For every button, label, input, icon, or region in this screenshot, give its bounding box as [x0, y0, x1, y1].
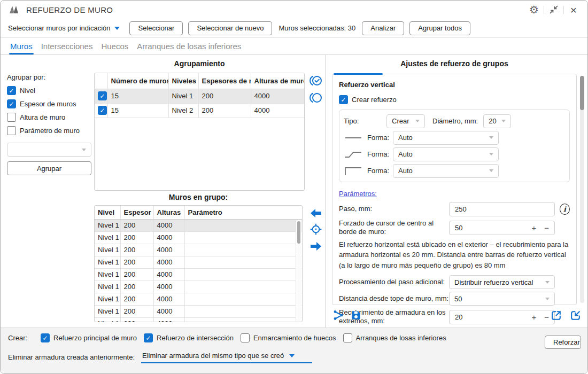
wall-row[interactable]: Nivel 1 200 4000 — [95, 280, 302, 293]
step-input[interactable]: 250 — [449, 202, 555, 216]
wall-row[interactable]: Nivel 1 200 4000 — [95, 293, 302, 305]
snap-label: Forzado de cursor de centro al borde de … — [339, 219, 449, 237]
wall-row[interactable]: Nivel 1 200 4000 — [95, 231, 302, 244]
type-label: Tipo: — [344, 117, 386, 125]
grouping-header: Agrupamiento — [94, 59, 305, 68]
settings-tools-row — [326, 307, 588, 324]
extra-step-dropdown[interactable]: Distribuir refuerzo vertical — [449, 275, 555, 289]
wall-row[interactable]: Nivel 1 200 4000 — [95, 317, 302, 322]
app-logo-icon — [8, 4, 21, 15]
tab[interactable]: Muros — [6, 40, 37, 54]
chevron-down-icon — [114, 27, 120, 30]
row-checkbox[interactable] — [98, 106, 107, 115]
group-reinforcement-settings-panel: Ajustes de refuerzo de grupos Refuerzo v… — [326, 55, 588, 328]
selected-walls-count: Muros seleccionadas: 30 — [278, 24, 355, 32]
move-right-icon[interactable] — [310, 240, 322, 253]
create-option[interactable]: Refuerzo principal de muro — [41, 333, 137, 342]
l-bar-icon — [344, 166, 367, 176]
shape-dropdown-straight[interactable]: Auto — [393, 131, 499, 145]
group-row[interactable]: 15 Nivel 2 200 4000 — [95, 103, 304, 118]
wall-row[interactable]: Nivel 1 200 4000 — [95, 244, 302, 256]
save-settings-icon[interactable] — [349, 308, 363, 322]
create-option[interactable]: Enmarcamiento de huecos — [241, 333, 336, 342]
create-reinforcement-option[interactable]: Crear refuerzo — [339, 95, 570, 104]
wall-row[interactable]: Nivel 1 200 4000 — [95, 305, 302, 317]
analyze-button[interactable]: Analizar — [362, 21, 404, 35]
window-title: REFUERZO DE MURO — [26, 5, 113, 14]
collapse-window-icon[interactable] — [546, 3, 561, 17]
select-button[interactable]: Seleccionar — [129, 21, 183, 35]
tab[interactable]: Huecos — [97, 40, 133, 54]
checkbox[interactable] — [144, 333, 153, 342]
settings-gear-icon[interactable]: ⚙ — [527, 3, 541, 17]
wall-row[interactable]: Nivel 1 200 4000 — [95, 219, 302, 231]
checkbox[interactable] — [241, 333, 250, 342]
row-checkbox[interactable] — [98, 91, 107, 100]
shape-dropdown-l[interactable]: Auto — [393, 164, 499, 178]
shape-dropdown-offset[interactable]: Auto — [393, 147, 499, 161]
group-by-label: Agrupar por: — [7, 73, 91, 81]
group-all-button[interactable]: Agrupar todos — [409, 21, 470, 35]
groups-table-header: Número de muros Niveles Espesores de mur… — [95, 73, 304, 89]
group-by-option[interactable]: Espesor de muros — [7, 99, 91, 108]
tab[interactable]: Intersecciones — [37, 40, 97, 54]
walls-table-scrollbar[interactable] — [296, 220, 301, 321]
close-icon[interactable]: × — [566, 3, 581, 17]
wall-row[interactable]: Nivel 1 200 4000 — [95, 268, 302, 280]
checkbox[interactable] — [343, 333, 352, 342]
step-label: Paso, mm: — [339, 205, 449, 213]
group-by-option[interactable]: Nivel — [7, 86, 91, 95]
decrement-icon[interactable]: − — [544, 224, 549, 232]
group-button[interactable]: Agrupar — [7, 161, 91, 175]
groups-table: Número de muros Niveles Espesores de mur… — [94, 73, 305, 191]
delete-mode-dropdown[interactable]: Eliminar armadura del mismo tipo que se … — [141, 350, 312, 363]
create-option[interactable]: Arranques de losas inferiores — [343, 333, 446, 342]
wall-parameter-dropdown[interactable] — [7, 143, 91, 157]
walls-table-header: Nivel Espesor Alturas Parámetro — [95, 206, 302, 219]
titlebar-separator — [544, 6, 544, 14]
column-header: Número de muros — [107, 73, 168, 89]
wall-row[interactable]: Nivel 1 200 4000 — [95, 256, 302, 268]
increment-icon[interactable]: + — [531, 224, 536, 232]
diameter-label: Diámetro, mm: — [432, 117, 478, 125]
chevron-down-icon — [545, 298, 550, 300]
selection-mode-dropdown[interactable]: Seleccionar muros por indicación — [8, 24, 120, 32]
group-row[interactable]: 15 Nivel 1 200 4000 — [95, 89, 304, 103]
main-area: Agrupamiento Agrupar por: Nivel Espesor … — [1, 55, 587, 328]
reinforce-button[interactable]: Reforzar — [545, 336, 581, 349]
column-header: Parámetro — [184, 206, 302, 219]
checkbox[interactable] — [339, 95, 348, 104]
wall-reinforcement-dialog: REFUERZO DE MURO ⚙ × Seleccionar muros p… — [0, 0, 588, 374]
diameter-dropdown[interactable]: 20 — [483, 114, 511, 128]
walls-in-group-table: Nivel Espesor Alturas Parámetro Nivel 1 … — [94, 205, 303, 322]
settings-header: Ajustes de refuerzo de grupos — [332, 59, 577, 68]
info-icon[interactable]: i — [560, 204, 570, 215]
group-by-option[interactable]: Altura de muro — [7, 113, 91, 122]
checkbox[interactable] — [41, 333, 50, 342]
parameters-link[interactable]: Parámetros: — [339, 190, 377, 198]
settings-scrollbar[interactable] — [580, 76, 584, 303]
chevron-down-icon — [501, 120, 506, 122]
checkbox[interactable] — [7, 126, 16, 135]
column-header: Alturas — [153, 206, 184, 219]
offset-bar-icon — [344, 150, 367, 159]
select-all-rows-icon[interactable] — [310, 74, 322, 87]
group-by-option[interactable]: Parámetro de muro — [7, 126, 91, 135]
share-settings-icon[interactable] — [332, 308, 346, 322]
top-distance-dropdown[interactable]: 50 — [449, 292, 555, 306]
reselect-button[interactable]: Seleccionar de nuevo — [188, 21, 272, 35]
create-option[interactable]: Refuerzo de intersección — [144, 333, 234, 342]
checkbox[interactable] — [7, 113, 16, 122]
checkbox[interactable] — [7, 86, 16, 95]
snap-stepper[interactable]: 50 +− — [449, 221, 555, 235]
deselect-rows-icon[interactable] — [310, 91, 322, 104]
section-tab-label[interactable]: Refuerzo vertical — [339, 81, 570, 89]
export-settings-icon[interactable] — [549, 308, 563, 322]
locate-in-model-icon[interactable] — [310, 223, 322, 236]
import-settings-icon[interactable] — [568, 308, 582, 322]
delete-previous-label: Eliminar armadura creada anteriormente: — [8, 353, 135, 361]
checkbox[interactable] — [7, 99, 16, 108]
move-left-icon[interactable] — [310, 207, 322, 220]
tab[interactable]: Arranques de losas inferiores — [133, 40, 245, 54]
type-dropdown[interactable]: Crear — [386, 114, 425, 128]
